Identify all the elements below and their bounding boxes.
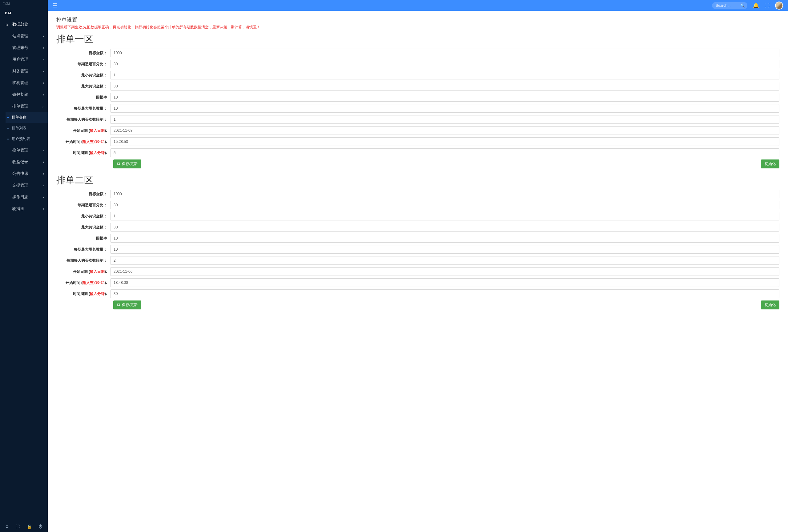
- nav-operation-log[interactable]: 操作日志 ›: [0, 191, 48, 203]
- search-input[interactable]: [716, 3, 740, 8]
- label-cycle: 时间周期 (输入分钟):: [56, 150, 110, 156]
- zone1-increment-pct-input[interactable]: [110, 60, 780, 68]
- zone1-cycle-input[interactable]: [110, 149, 780, 157]
- zone1-start-time-input[interactable]: [110, 137, 780, 146]
- zone2-target-amount-input[interactable]: [110, 190, 780, 198]
- nav-site-manage[interactable]: 站点管理 ›: [0, 30, 48, 42]
- zone1-buy-limit-input[interactable]: [110, 115, 780, 124]
- nav-deposit-withdraw[interactable]: 充提管理 ›: [0, 179, 48, 191]
- nav-admin-account[interactable]: 管理账号 ›: [0, 42, 48, 54]
- label-min-consensus: 最小共识金额：: [56, 73, 110, 78]
- save-icon: 🖫: [117, 162, 121, 166]
- zone1-return-rate-input[interactable]: [110, 93, 780, 102]
- zone1-target-amount-input[interactable]: [110, 48, 780, 57]
- label-increment-pct: 每期递增百分比：: [56, 62, 110, 67]
- chevron-right-icon: ›: [43, 35, 44, 38]
- content: 排单设置 调整后下期生效,先把数据填正确，再点初始化，执行初始化会把某个排单的所…: [48, 11, 788, 327]
- label-start-date: 开始日期 (输入日期):: [56, 128, 110, 133]
- label-max-consensus: 最大共识金额：: [56, 84, 110, 89]
- chevron-right-icon: ›: [43, 184, 44, 187]
- brand-label: BAT: [0, 7, 48, 18]
- nav-grab-manage[interactable]: 抢单管理 ›: [0, 144, 48, 156]
- chevron-right-icon: ›: [43, 160, 44, 164]
- power-icon[interactable]: ⏻: [38, 524, 42, 529]
- label-return-rate: 回报率: [56, 95, 110, 100]
- menu-toggle-icon[interactable]: ☰: [53, 2, 58, 9]
- zone2-max-consensus-input[interactable]: [110, 223, 780, 232]
- nav-profit-record[interactable]: 收益记录 ›: [0, 156, 48, 168]
- nav-finance-manage[interactable]: 财务管理 ›: [0, 65, 48, 77]
- zone2-max-growth-input[interactable]: [110, 245, 780, 254]
- search-icon[interactable]: 🔍: [740, 3, 745, 8]
- zone1-max-growth-input[interactable]: [110, 104, 780, 113]
- nav-miner-manage[interactable]: 矿机管理 ›: [0, 77, 48, 89]
- zone2-save-button[interactable]: 🖫 保存/更新: [113, 300, 141, 310]
- topbar: ☰ 🔍 🔔 ⛶: [48, 0, 788, 11]
- sidebar-footer: ⚙ ⛶ 🔒 ⏻: [0, 521, 48, 532]
- nav-overview-label: 数据总览: [12, 22, 28, 27]
- chevron-right-icon: ›: [43, 172, 44, 176]
- zone2-title: 排单二区: [56, 174, 780, 186]
- chevron-right-icon: ›: [43, 196, 44, 199]
- label-start-time: 开始时间 (输入整点0-24):: [56, 139, 110, 144]
- search-box[interactable]: 🔍: [712, 2, 747, 9]
- zone2-return-rate-input[interactable]: [110, 234, 780, 242]
- zone2-min-consensus-input[interactable]: [110, 212, 780, 220]
- zone2-cycle-input[interactable]: [110, 290, 780, 298]
- page-title: 排单设置: [56, 16, 780, 23]
- home-icon: ⌂: [4, 22, 9, 27]
- save-icon: 🖫: [117, 303, 121, 307]
- chevron-right-icon: ›: [43, 70, 44, 73]
- nav-paidan-manage[interactable]: 排单管理 ⌄: [0, 100, 48, 112]
- chevron-right-icon: ›: [43, 46, 44, 50]
- zone1-max-consensus-input[interactable]: [110, 82, 780, 91]
- label-buy-limit: 每期每人购买次数限制：: [56, 117, 110, 122]
- chevron-down-icon: ⌄: [42, 105, 44, 108]
- zone1-title: 排单一区: [56, 33, 780, 45]
- zone1-save-button[interactable]: 🖫 保存/更新: [113, 159, 141, 169]
- bell-icon[interactable]: 🔔: [753, 2, 759, 8]
- nav-carousel[interactable]: 轮播图 ›: [0, 203, 48, 215]
- expand-icon[interactable]: ⛶: [16, 524, 20, 529]
- subnav-paidan-params[interactable]: 排单参数: [5, 112, 48, 123]
- chevron-right-icon: ›: [43, 207, 44, 211]
- nav-announcement[interactable]: 公告快讯 ›: [0, 168, 48, 179]
- nav-overview[interactable]: ⌂ 数据总览: [0, 18, 48, 30]
- lock-icon[interactable]: 🔒: [27, 524, 32, 529]
- zone2-start-time-input[interactable]: [110, 278, 780, 287]
- paidan-submenu: 排单参数 排单列表 用户预约表: [0, 112, 48, 144]
- label-target-amount: 目标金额：: [56, 51, 110, 56]
- gear-icon[interactable]: ⚙: [5, 524, 9, 529]
- zone2-init-button[interactable]: 初始化: [761, 300, 780, 310]
- zone1-min-consensus-input[interactable]: [110, 71, 780, 79]
- chevron-right-icon: ›: [43, 93, 44, 96]
- sidebar: EXM BAT ⌂ 数据总览 站点管理 › 管理账号 › 用户管理 › 财务管理…: [0, 0, 48, 532]
- zone2-buy-limit-input[interactable]: [110, 256, 780, 265]
- zone1-init-button[interactable]: 初始化: [761, 159, 780, 169]
- zone2-start-date-input[interactable]: [110, 267, 780, 276]
- subnav-user-reservation[interactable]: 用户预约表: [5, 134, 48, 144]
- page-desc: 调整后下期生效,先把数据填正确，再点初始化，执行初始化会把某个排单的所有期数数据…: [56, 25, 780, 30]
- nav-user-manage[interactable]: 用户管理 ›: [0, 54, 48, 65]
- label-max-growth: 每期最大增长数量：: [56, 106, 110, 111]
- app-tag: EXM: [0, 0, 48, 7]
- fullscreen-icon[interactable]: ⛶: [765, 3, 770, 8]
- chevron-right-icon: ›: [43, 149, 44, 152]
- zone1-start-date-input[interactable]: [110, 126, 780, 135]
- chevron-right-icon: ›: [43, 58, 44, 61]
- nav-wallet-transfer[interactable]: 钱包划转 ›: [0, 89, 48, 100]
- zone2-increment-pct-input[interactable]: [110, 201, 780, 209]
- chevron-right-icon: ›: [43, 81, 44, 85]
- subnav-paidan-list[interactable]: 排单列表: [5, 123, 48, 134]
- avatar[interactable]: [775, 2, 783, 9]
